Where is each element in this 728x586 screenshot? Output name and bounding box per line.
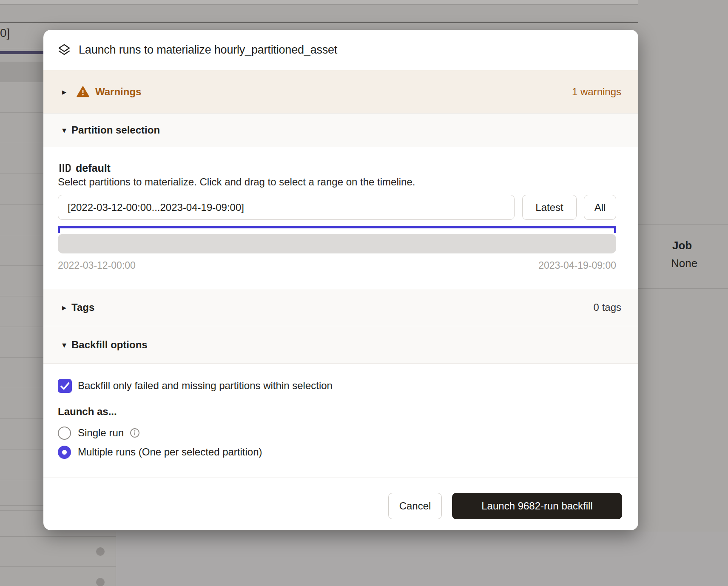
chevron-down-icon: ▾ (62, 340, 71, 350)
background-column-divider (116, 532, 116, 586)
single-run-label: Single run (78, 427, 124, 439)
background-top-strip (0, 0, 728, 5)
background-job-label: Job (672, 239, 692, 252)
background-table-header (0, 62, 43, 82)
chevron-right-icon: ▸ (62, 87, 71, 97)
single-run-radio-row[interactable]: Single run (58, 426, 140, 440)
background-clipped-text: 0] (0, 26, 10, 40)
tags-section-header[interactable]: ▸ Tags 0 tags (43, 289, 638, 326)
background-row-divider (0, 566, 116, 567)
info-icon[interactable] (130, 428, 140, 438)
timeline-start-label: 2022-03-12-00:00 (58, 260, 136, 271)
backfill-options-title: Backfill options (71, 339, 148, 351)
background-tab-indicator (0, 51, 43, 54)
status-dot-icon (96, 578, 105, 586)
background-row-divider (638, 224, 728, 225)
partition-dimension-row: default (43, 161, 638, 175)
background-header-band (0, 5, 728, 23)
background-table-rows (0, 82, 43, 532)
chevron-right-icon: ▸ (62, 302, 71, 313)
check-icon (58, 379, 72, 393)
background-row-divider (638, 288, 728, 289)
partition-selection-section-header[interactable]: ▾ Partition selection (43, 113, 638, 147)
partition-timeline[interactable] (58, 234, 616, 253)
background-row-divider (0, 536, 116, 537)
multiple-runs-label: Multiple runs (One per selected partitio… (78, 446, 262, 458)
dialog-title: Launch runs to materialize hourly_partit… (79, 43, 337, 57)
partition-range-input[interactable] (58, 195, 515, 220)
missing-failed-checkbox-row[interactable]: Backfill only failed and missing partiti… (43, 378, 638, 393)
radio-unselected[interactable] (58, 427, 71, 440)
radio-selected[interactable] (58, 446, 71, 459)
background-divider (0, 49, 43, 49)
tags-count-badge: 0 tags (594, 302, 621, 313)
dialog-footer: Cancel Launch 9682-run backfill (43, 478, 638, 530)
checkbox-label: Backfill only failed and missing partiti… (78, 380, 333, 392)
multiple-runs-radio-row[interactable]: Multiple runs (One per selected partitio… (58, 445, 262, 459)
background-right-panel (638, 0, 728, 586)
asset-layers-icon (57, 43, 72, 58)
cancel-button[interactable]: Cancel (388, 493, 442, 519)
dialog-title-row: Launch runs to materialize hourly_partit… (43, 30, 638, 70)
warnings-section-header[interactable]: ▸ Warnings 1 warnings (43, 70, 638, 113)
background-row-divider (0, 505, 43, 506)
latest-button[interactable]: Latest (522, 195, 577, 220)
background-bottom-right-panel (116, 532, 728, 586)
launch-backfill-button[interactable]: Launch 9682-run backfill (452, 493, 622, 519)
launch-backfill-dialog: Launch runs to materialize hourly_partit… (43, 30, 638, 530)
all-button[interactable]: All (584, 195, 616, 220)
warnings-label: Warnings (95, 86, 141, 98)
checkbox-checked[interactable] (58, 379, 72, 393)
timeline-date-labels: 2022-03-12-00:00 2023-04-19-09:00 (58, 260, 616, 271)
warnings-count-badge: 1 warnings (572, 86, 621, 98)
backfill-options-section-header[interactable]: ▾ Backfill options (43, 326, 638, 364)
background-job-value: None (671, 257, 697, 270)
partition-instructions: Select partitions to materialize. Click … (58, 176, 415, 188)
status-dot-icon (96, 547, 105, 556)
partition-set-icon (59, 162, 71, 174)
partition-dimension-name: default (76, 162, 111, 174)
warning-triangle-icon (77, 86, 89, 97)
chevron-down-icon: ▾ (62, 125, 71, 135)
timeline-selection-indicator (58, 226, 616, 228)
partition-selection-title: Partition selection (71, 124, 160, 136)
launch-as-label: Launch as... (58, 406, 117, 418)
tags-title: Tags (71, 302, 94, 313)
timeline-end-label: 2023-04-19-09:00 (538, 260, 616, 271)
